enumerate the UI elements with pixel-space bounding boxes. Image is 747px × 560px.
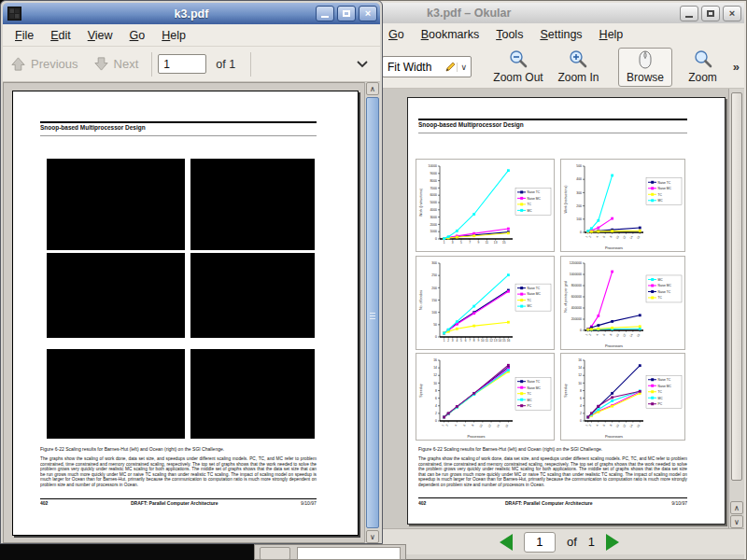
chevron-down-icon[interactable] xyxy=(356,60,369,68)
scroll-up-icon[interactable]: ∧ xyxy=(366,82,379,95)
okular-titlebar[interactable]: k3.pdf – Okular × xyxy=(374,3,744,23)
window-bottom-frame xyxy=(374,554,744,559)
page-navigation-bar: of 1 xyxy=(374,528,744,554)
svg-text:Naive MC: Naive MC xyxy=(528,292,542,296)
next-page-button[interactable]: Next xyxy=(86,50,147,78)
svg-text:8: 8 xyxy=(435,389,437,393)
okular-window-title: k3.pdf – Okular xyxy=(374,7,680,20)
svg-text:4: 4 xyxy=(580,404,582,408)
toolbar-overflow-icon[interactable]: » xyxy=(733,60,740,74)
menu-item-go[interactable]: Go xyxy=(380,25,413,44)
minimize-button[interactable] xyxy=(680,6,698,21)
chart-ocean-speedup: 02468101214161246810121416SpeedupProcess… xyxy=(560,353,685,441)
viewer-document-view[interactable]: Snoop-based Multiprocessor Design Figure… xyxy=(3,82,365,543)
menu-item-help[interactable]: Help xyxy=(153,26,194,45)
svg-text:16: 16 xyxy=(636,333,641,338)
okular-vertical-scrollbar[interactable]: ∧ ∨ xyxy=(728,89,744,528)
background-window-button[interactable] xyxy=(260,547,290,560)
svg-text:Naive MC: Naive MC xyxy=(528,386,542,390)
svg-text:1000000: 1000000 xyxy=(570,273,582,276)
page-header: Snoop-based Multiprocessor Design xyxy=(418,121,524,128)
svg-text:400000: 400000 xyxy=(571,306,582,310)
svg-text:Speedup: Speedup xyxy=(564,384,568,397)
previous-page-button[interactable]: Previous xyxy=(3,50,86,78)
menu-item-tools[interactable]: Tools xyxy=(487,25,531,44)
svg-text:9: 9 xyxy=(477,339,479,343)
svg-text:2: 2 xyxy=(445,424,449,427)
menu-item-bookmarks[interactable]: Bookmarks xyxy=(413,25,488,44)
okular-document-view[interactable]: Snoop-based Multiprocessor Design 010002… xyxy=(374,89,730,528)
svg-text:8: 8 xyxy=(609,333,613,337)
chart-barnes-hut-work: 0100020003000400050006000700080009000100… xyxy=(416,159,555,252)
maximize-icon xyxy=(707,10,714,17)
page-footer: 402 DRAFT: Parallel Computer Architectur… xyxy=(418,501,687,506)
zoom-out-button[interactable]: Zoom Out xyxy=(488,48,548,87)
svg-text:3: 3 xyxy=(452,241,454,245)
scroll-up-icon[interactable]: ∧ xyxy=(730,501,743,514)
svg-text:1200000: 1200000 xyxy=(570,261,582,265)
total-pages: 1 xyxy=(588,535,595,549)
svg-text:TC: TC xyxy=(658,390,663,394)
browse-tool-button[interactable]: Browse xyxy=(618,48,673,87)
menu-item-edit[interactable]: Edit xyxy=(42,26,79,45)
viewer-vertical-scrollbar[interactable]: ∧ ∨ xyxy=(364,82,380,543)
header-rule-thin xyxy=(40,135,317,136)
page-number-input[interactable] xyxy=(524,532,556,553)
svg-text:MC: MC xyxy=(528,304,533,308)
arrow-up-icon xyxy=(10,56,26,72)
scrollbar-thumb[interactable] xyxy=(366,97,379,528)
scroll-down-icon[interactable]: ∨ xyxy=(366,530,379,543)
menu-item-settings[interactable]: Settings xyxy=(531,25,590,44)
next-page-icon[interactable] xyxy=(606,534,619,551)
svg-text:5: 5 xyxy=(460,339,462,343)
zoom-tool-button[interactable]: Zoom xyxy=(672,48,732,87)
background-window-field[interactable] xyxy=(297,547,401,560)
zoom-level-value: Fit Width xyxy=(383,61,444,74)
pdf-viewer-window: k3.pdf × FileEditViewGoHelp Previous Nex… xyxy=(0,0,383,544)
svg-text:2: 2 xyxy=(580,412,582,415)
svg-text:1000: 1000 xyxy=(430,230,437,233)
zoom-in-button[interactable]: Zoom In xyxy=(548,48,608,87)
svg-text:800000: 800000 xyxy=(571,284,582,287)
svg-text:14: 14 xyxy=(578,366,582,370)
scrollbar-thumb[interactable] xyxy=(731,92,742,481)
page-number-input[interactable] xyxy=(158,54,206,74)
figure-caption: Figure 6-22 Scaling results for Barnes-H… xyxy=(418,447,602,452)
footer-date: 9/10/97 xyxy=(301,501,317,506)
svg-text:150: 150 xyxy=(431,299,437,302)
minimize-icon xyxy=(321,16,329,18)
maximize-button[interactable] xyxy=(701,6,720,21)
minimize-button[interactable] xyxy=(316,6,334,21)
footer-draft-label: DRAFT: Parallel Computer Architecture xyxy=(131,501,218,506)
menu-item-view[interactable]: View xyxy=(79,26,121,45)
viewer-titlebar[interactable]: k3.pdf × xyxy=(3,3,380,24)
header-rule-thin xyxy=(418,133,687,133)
chart-barnes-hut-dataset: 0501001502002503001234567891011121314151… xyxy=(416,256,555,350)
zoom-level-combobox[interactable]: Fit Width ∨ xyxy=(382,56,472,77)
svg-text:14: 14 xyxy=(433,366,437,370)
close-button[interactable]: × xyxy=(359,6,377,21)
svg-text:14: 14 xyxy=(496,424,500,428)
minimize-icon xyxy=(685,16,693,18)
svg-text:12: 12 xyxy=(622,235,627,240)
svg-text:Processors: Processors xyxy=(605,344,623,348)
svg-text:10: 10 xyxy=(433,382,437,385)
body-paragraph: The graphs show the scaling of work done… xyxy=(418,456,687,486)
svg-text:Processors: Processors xyxy=(605,246,623,250)
maximize-button[interactable] xyxy=(337,6,356,21)
menu-item-file[interactable]: File xyxy=(7,26,42,45)
close-button[interactable]: × xyxy=(723,6,741,21)
svg-text:11: 11 xyxy=(486,339,489,343)
menu-item-go[interactable]: Go xyxy=(121,26,154,45)
svg-text:8: 8 xyxy=(580,389,582,393)
svg-text:4: 4 xyxy=(454,424,458,427)
svg-text:13: 13 xyxy=(494,339,498,343)
scroll-down-icon[interactable]: ∨ xyxy=(730,515,743,528)
pdf-page: Snoop-based Multiprocessor Design 010002… xyxy=(407,97,726,525)
svg-text:14: 14 xyxy=(498,339,501,343)
svg-text:10: 10 xyxy=(479,424,484,428)
svg-text:5000: 5000 xyxy=(430,201,437,204)
svg-text:4: 4 xyxy=(456,339,458,343)
previous-page-icon[interactable] xyxy=(500,534,513,551)
menu-item-help[interactable]: Help xyxy=(591,25,632,44)
